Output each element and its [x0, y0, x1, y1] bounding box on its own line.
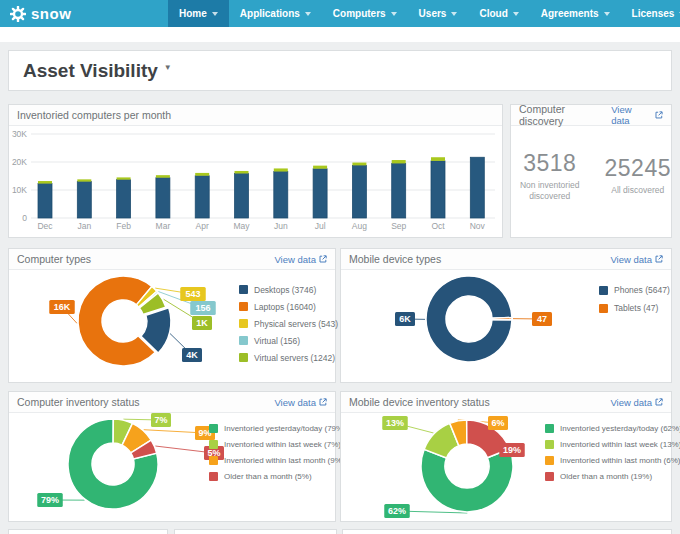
bar-cap-jul[interactable] [313, 166, 327, 169]
legend-item-inventoried-within-last-month[interactable]: Inventoried within last month (6%) [545, 452, 680, 468]
y-axis-tick-label: 30K [12, 129, 27, 139]
view-data-label: View data [611, 104, 652, 126]
donut-slice-inventoried-yesterday-today[interactable] [421, 449, 513, 512]
legend-label: Physical servers (543) [254, 319, 338, 329]
stat-label: All discovered [605, 185, 671, 196]
bar-mar[interactable] [156, 178, 170, 218]
legend-item-inventoried-within-last-week[interactable]: Inventoried within last week (13%) [545, 436, 680, 452]
inventoried-computers-bar-chart: 010K20K30KDecJanFebMarAprMayJunJulAugSep… [9, 126, 502, 237]
top-navigation-bar: snow HomeApplicationsComputersUsersCloud… [0, 0, 680, 27]
legend-swatch [545, 440, 554, 449]
nav-item-label: Computers [333, 8, 386, 19]
page-title-dropdown-icon[interactable]: ▼ [164, 63, 172, 72]
legend-swatch [545, 456, 554, 465]
subheader-strip [0, 27, 680, 42]
bar-cap-jun[interactable] [274, 168, 288, 171]
donut-slice-tablets[interactable] [492, 318, 512, 320]
legend-item-phones[interactable]: Phones (5647) [599, 281, 670, 299]
legend-item-inventoried-yesterday-today[interactable]: Inventoried yesterday/today (62%) [545, 420, 680, 436]
bar-may[interactable] [235, 173, 249, 218]
panel-inventoried-computers: Inventoried computers per month 010K20K3… [8, 104, 503, 238]
data-label: 156 [195, 303, 210, 313]
bar-cap-feb[interactable] [117, 177, 131, 179]
legend-item-inventoried-yesterday-today[interactable]: Inventoried yesterday/today (79%) [209, 420, 346, 436]
legend-item-virtual-servers[interactable]: Virtual servers (1242) [239, 349, 338, 366]
brand-logo[interactable]: snow [0, 0, 71, 27]
nav-item-applications[interactable]: Applications [229, 0, 322, 27]
bar-dec[interactable] [38, 184, 52, 218]
nav-item-users[interactable]: Users [408, 0, 469, 27]
legend-item-tablets[interactable]: Tablets (47) [599, 299, 670, 317]
legend-label: Inventoried within last month (9%) [224, 456, 345, 465]
panel-title: Computer discovery [519, 103, 611, 127]
bar-aug[interactable] [352, 165, 366, 218]
bar-oct[interactable] [431, 161, 445, 218]
stat-value: 3518 [511, 150, 589, 177]
legend-label: Virtual (156) [254, 336, 300, 346]
panel-computer-discovery: Computer discovery View data 3518 Non in… [510, 104, 672, 238]
mobile-device-inventory-legend: Inventoried yesterday/today (62%)Invento… [545, 420, 680, 484]
computer-inventory-legend: Inventoried yesterday/today (79%)Invento… [209, 420, 346, 484]
legend-item-laptops[interactable]: Laptops (16040) [239, 298, 338, 315]
panel-computer-inventory-status: Computer inventory status View data 79%7… [8, 391, 336, 522]
bar-cap-mar[interactable] [156, 175, 170, 178]
legend-label: Older than a month (5%) [224, 472, 312, 481]
bar-apr[interactable] [195, 176, 209, 218]
bar-cap-sep[interactable] [392, 160, 406, 163]
x-axis-tick-label: Jul [315, 221, 326, 231]
bar-cap-dec[interactable] [38, 181, 52, 184]
stat-value: 25245 [605, 155, 671, 182]
legend-item-physical-servers[interactable]: Physical servers (543) [239, 315, 338, 332]
nav-item-label: Users [419, 8, 447, 19]
view-data-link[interactable]: View data [611, 104, 663, 126]
x-axis-tick-label: Nov [470, 221, 486, 231]
bar-nov[interactable] [470, 157, 484, 218]
donut-slice-laptops[interactable] [78, 276, 155, 366]
legend-item-inventoried-within-last-week[interactable]: Inventoried within last week (7%) [209, 436, 346, 452]
panel-header: Inventoried computers per month [9, 105, 502, 126]
bar-cap-apr[interactable] [195, 173, 209, 176]
bar-cap-oct[interactable] [431, 157, 445, 161]
panel-header: Computer discovery View data [511, 105, 671, 126]
nav-item-label: Home [179, 8, 207, 19]
bar-jan[interactable] [77, 182, 91, 218]
nav-item-label: Applications [240, 8, 300, 19]
y-axis-tick-label: 20K [12, 157, 27, 167]
external-link-icon [655, 111, 663, 119]
nav-item-label: Cloud [479, 8, 507, 19]
nav-item-home[interactable]: Home [168, 0, 229, 27]
bar-cap-may[interactable] [235, 171, 249, 174]
legend-swatch [239, 285, 248, 294]
mobile-device-types-legend: Phones (5647)Tablets (47) [599, 281, 670, 317]
legend-label: Tablets (47) [614, 303, 658, 313]
legend-swatch [239, 319, 248, 328]
nav-item-computers[interactable]: Computers [322, 0, 408, 27]
bar-jun[interactable] [274, 172, 288, 218]
x-axis-tick-label: Feb [116, 221, 131, 231]
x-axis-tick-label: Aug [352, 221, 367, 231]
bar-jul[interactable] [313, 169, 327, 218]
chevron-down-icon [212, 12, 218, 16]
bar-feb[interactable] [117, 180, 131, 218]
nav-item-cloud[interactable]: Cloud [468, 0, 529, 27]
legend-item-older-than-a-month[interactable]: Older than a month (19%) [545, 468, 680, 484]
data-label: 16K [54, 302, 71, 312]
legend-item-desktops[interactable]: Desktops (3746) [239, 281, 338, 298]
data-label: 543 [185, 289, 200, 299]
legend-item-inventoried-within-last-month[interactable]: Inventoried within last month (9%) [209, 452, 346, 468]
nav-item-agreements[interactable]: Agreements [530, 0, 621, 27]
bar-cap-aug[interactable] [352, 163, 366, 166]
legend-swatch [599, 304, 608, 313]
legend-swatch [209, 424, 218, 433]
data-label: 13% [386, 418, 404, 428]
legend-label: Virtual servers (1242) [254, 353, 335, 363]
nav-item-licenses[interactable]: Licenses [621, 0, 680, 27]
data-label: 1K [196, 318, 208, 328]
legend-swatch [239, 336, 248, 345]
bar-sep[interactable] [392, 163, 406, 218]
data-label: 6K [399, 314, 411, 324]
stat-label: Non inventoried discovered [511, 180, 589, 202]
bar-cap-jan[interactable] [77, 179, 91, 181]
legend-item-virtual[interactable]: Virtual (156) [239, 332, 338, 349]
legend-item-older-than-a-month[interactable]: Older than a month (5%) [209, 468, 346, 484]
